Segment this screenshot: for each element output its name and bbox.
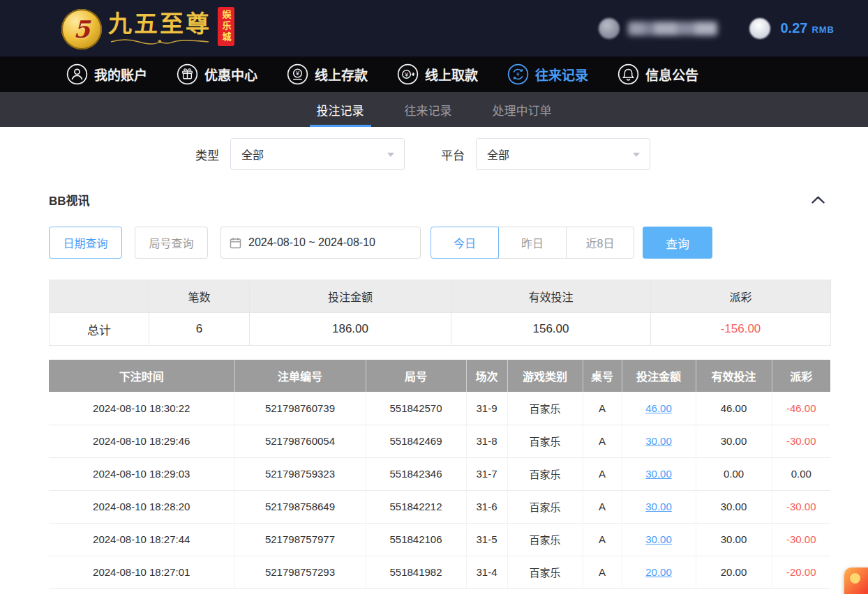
- summary-bet-amount: 186.00: [250, 313, 451, 346]
- bet-amount-link[interactable]: 46.00: [645, 402, 672, 414]
- brand-badge: 娱乐城: [218, 7, 234, 46]
- cell-payout: -30.00: [772, 425, 830, 457]
- table-row: 2024-08-10 18:28:20 521798758649 5518422…: [49, 490, 830, 523]
- date-range-input[interactable]: 2024-08-10 ~ 2024-08-10: [220, 227, 421, 259]
- nav-item-withdraw[interactable]: ¥ 线上取款: [397, 63, 478, 85]
- tab-label: 往来记录: [405, 101, 452, 119]
- date-query-button[interactable]: 日期查询: [49, 227, 122, 259]
- nav-item-records[interactable]: ¥ 往来记录: [507, 63, 588, 85]
- header-session: 场次: [466, 360, 507, 392]
- nav-item-deposit[interactable]: ¥ 线上存款: [287, 63, 368, 85]
- cell-bet-amount: 46.00: [622, 392, 696, 425]
- coin-glyph: 5: [73, 15, 90, 43]
- cell-bet-amount: 20.00: [622, 556, 696, 588]
- bet-records-table: 下注时间 注单编号 局号 场次 游戏类别 桌号 投注金额 有效投注 派彩 202…: [49, 360, 830, 589]
- section-header: BB视讯: [49, 191, 828, 208]
- cell-session: 31-4: [466, 556, 507, 588]
- brand-logo[interactable]: 5 九五至尊 娱乐城: [61, 7, 234, 50]
- cell-bet-id: 521798757293: [234, 556, 366, 588]
- cell-bet-id: 521798757977: [234, 523, 366, 556]
- bet-amount-link[interactable]: 30.00: [645, 501, 672, 512]
- cell-bet-amount: 30.00: [622, 523, 696, 556]
- cell-valid-bet: 46.00: [696, 392, 772, 425]
- sub-tab-bar: 投注记录 往来记录 处理中订单: [0, 92, 868, 127]
- withdraw-icon: ¥: [397, 63, 419, 85]
- cell-bet-time: 2024-08-10 18:28:20: [49, 490, 234, 523]
- brand-text-block: 九五至尊: [107, 11, 212, 45]
- tab-transaction-records[interactable]: 往来记录: [401, 92, 456, 127]
- summary-header-payout: 派彩: [651, 280, 831, 313]
- cell-session: 31-6: [466, 490, 507, 523]
- summary-header-bet-amount: 投注金额: [250, 280, 451, 313]
- cell-bet-id: 521798759323: [234, 457, 366, 490]
- cell-table-no: A: [583, 490, 622, 523]
- cell-valid-bet: 20.00: [696, 556, 772, 588]
- summary-header-empty: [50, 280, 149, 313]
- last-8-days-button[interactable]: 近8日: [566, 227, 634, 259]
- cell-round-id: 551841982: [366, 556, 466, 588]
- today-button[interactable]: 今日: [431, 227, 499, 259]
- bet-amount-link[interactable]: 20.00: [645, 566, 672, 578]
- cell-bet-id: 521798758649: [234, 490, 366, 523]
- platform-select[interactable]: 全部: [476, 138, 650, 170]
- nav-item-my-account[interactable]: 我的账户: [66, 63, 147, 85]
- bet-amount-link[interactable]: 30.00: [645, 468, 672, 480]
- nav-item-promotions[interactable]: 优惠中心: [177, 63, 257, 85]
- table-row: 2024-08-10 18:29:46 521798760054 5518424…: [49, 425, 830, 457]
- cell-bet-time: 2024-08-10 18:27:01: [49, 556, 234, 588]
- cell-payout: -30.00: [772, 490, 830, 523]
- table-row: 2024-08-10 18:27:01 521798757293 5518419…: [49, 556, 830, 588]
- records-icon: ¥: [507, 63, 529, 85]
- header-game-type: 游戏类别: [507, 360, 583, 392]
- cell-table-no: A: [583, 457, 622, 490]
- calendar-icon: [230, 237, 241, 249]
- cell-table-no: A: [583, 425, 622, 457]
- cell-game-type: 百家乐: [507, 556, 583, 588]
- nav-item-announcements[interactable]: 信息公告: [618, 63, 698, 85]
- date-range-value: 2024-08-10 ~ 2024-08-10: [248, 236, 375, 249]
- cell-bet-id: 521798760054: [234, 425, 366, 457]
- cell-valid-bet: 30.00: [696, 490, 772, 523]
- summary-header-row: 笔数 投注金额 有效投注 派彩: [50, 280, 831, 313]
- round-query-button[interactable]: 局号查询: [135, 227, 208, 259]
- cell-bet-time: 2024-08-10 18:29:03: [49, 457, 234, 490]
- search-button[interactable]: 查询: [643, 227, 712, 259]
- nav-label: 优惠中心: [204, 65, 257, 84]
- cell-table-no: A: [583, 523, 622, 556]
- tab-label: 处理中订单: [493, 101, 552, 119]
- cell-valid-bet: 30.00: [696, 425, 772, 457]
- deposit-icon: ¥: [287, 63, 308, 85]
- type-filter-label: 类型: [195, 146, 219, 163]
- balance-amount: 0.27: [780, 20, 807, 36]
- user-avatar[interactable]: [599, 18, 620, 39]
- vip-level-avatar[interactable]: [749, 18, 770, 39]
- nav-label: 信息公告: [645, 65, 698, 84]
- username-blurred[interactable]: [628, 22, 717, 36]
- cell-round-id: 551842346: [366, 457, 466, 490]
- header-table-no: 桌号: [583, 360, 622, 392]
- cell-table-no: A: [583, 556, 622, 588]
- bell-icon: [618, 63, 639, 85]
- svg-text:¥: ¥: [516, 71, 520, 77]
- bet-amount-link[interactable]: 30.00: [645, 435, 672, 447]
- floating-promo-widget[interactable]: [844, 568, 868, 594]
- header-bet-id: 注单编号: [234, 360, 366, 392]
- cell-payout: -30.00: [772, 523, 830, 556]
- cell-payout: 0.00: [772, 457, 830, 490]
- balance-currency: RMB: [811, 24, 835, 35]
- yesterday-button[interactable]: 昨日: [498, 227, 567, 259]
- tab-betting-records[interactable]: 投注记录: [313, 92, 368, 127]
- gift-icon: [177, 63, 198, 85]
- summary-total-label: 总计: [50, 313, 149, 346]
- type-select[interactable]: 全部: [230, 138, 405, 170]
- bet-amount-link[interactable]: 30.00: [645, 533, 672, 545]
- wallet-balance[interactable]: 0.27 RMB: [780, 20, 835, 36]
- cell-bet-time: 2024-08-10 18:27:44: [49, 523, 234, 556]
- tab-processing-orders[interactable]: 处理中订单: [488, 92, 556, 127]
- collapse-chevron-up-icon[interactable]: [809, 193, 828, 206]
- summary-table: 笔数 投注金额 有效投注 派彩 总计 6 186.00 156.00 -156.…: [49, 280, 831, 346]
- summary-total-row: 总计 6 186.00 156.00 -156.00: [50, 313, 831, 346]
- header-bet-time: 下注时间: [49, 360, 234, 392]
- platform-filter-label: 平台: [441, 146, 465, 163]
- cell-round-id: 551842469: [366, 425, 466, 457]
